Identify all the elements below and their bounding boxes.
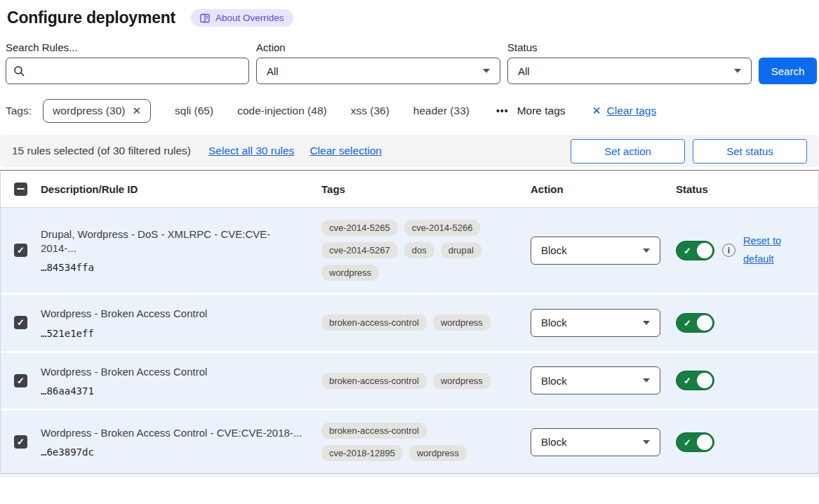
status-filter-field: Status All — [507, 41, 752, 84]
action-select[interactable]: Block — [531, 428, 660, 456]
check-icon: ✓ — [684, 437, 691, 447]
selected-tag-label: wordpress (30) — [53, 105, 125, 117]
tags-cell: broken-access-control wordpress — [321, 314, 504, 331]
description-cell: Wordpress - Broken Access Control …86aa4… — [41, 365, 321, 397]
status-cell: ✓ — [676, 371, 818, 390]
status-filter-select[interactable]: All — [507, 58, 752, 84]
select-all-checkbox[interactable] — [14, 183, 27, 196]
action-value: Block — [541, 244, 567, 256]
table-header-row: Description/Rule ID Tags Action Status — [1, 171, 818, 208]
description-cell: Wordpress - Broken Access Control …521e1… — [41, 307, 321, 339]
rule-id: …86aa4371 — [41, 385, 305, 397]
action-value: Block — [541, 317, 567, 329]
clear-tags-link[interactable]: ✕ Clear tags — [592, 105, 657, 117]
tags-cell: broken-access-control wordpress — [321, 373, 504, 389]
search-input[interactable] — [31, 65, 241, 77]
toggle-knob — [697, 435, 712, 450]
row-checkbox[interactable]: ✓ — [14, 435, 27, 449]
next-row-peek — [0, 473, 819, 477]
book-icon — [200, 13, 211, 23]
tags-bar: Tags: wordpress (30) ✕ sqli (65) code-in… — [6, 99, 819, 123]
status-toggle[interactable]: ✓ — [676, 241, 714, 260]
rule-description: Drupal, Wordpress - DoS - XMLRPC - CVE:C… — [41, 227, 305, 255]
status-toggle[interactable]: ✓ — [676, 371, 714, 390]
tag-chip: wordpress — [409, 445, 467, 461]
chevron-down-icon — [734, 69, 741, 73]
tag-option-header[interactable]: header (33) — [413, 105, 470, 117]
remove-tag-icon[interactable]: ✕ — [132, 105, 141, 117]
tags-cell: cve-2014-5265 cve-2014-5266 cve-2014-526… — [321, 220, 504, 281]
action-cell: Block — [531, 366, 676, 394]
clear-selection-link[interactable]: Clear selection — [309, 145, 382, 157]
info-icon[interactable]: i — [722, 244, 735, 257]
header-description: Description/Rule ID — [41, 183, 321, 195]
about-overrides-label: About Overrides — [215, 13, 284, 23]
tag-chip: wordpress — [433, 314, 491, 331]
action-select[interactable]: Block — [531, 309, 660, 337]
search-button[interactable]: Search — [759, 58, 817, 84]
reset-to-default-link[interactable]: Reset to default — [743, 232, 787, 268]
indeterminate-icon — [17, 188, 25, 190]
check-icon: ✓ — [17, 437, 25, 446]
status-toggle[interactable]: ✓ — [676, 313, 714, 333]
tag-chip: cve-2014-5266 — [404, 220, 481, 236]
table-row: ✓ Wordpress - Broken Access Control - CV… — [1, 411, 818, 473]
tag-option-code-injection[interactable]: code-injection (48) — [237, 105, 327, 117]
header-tags: Tags — [321, 183, 531, 195]
row-checkbox[interactable]: ✓ — [14, 374, 27, 387]
description-cell: Wordpress - Broken Access Control - CVE:… — [41, 426, 321, 458]
action-select[interactable]: Block — [531, 237, 660, 265]
rules-table: Description/Rule ID Tags Action Status ✓… — [0, 170, 819, 473]
status-filter-value: All — [518, 65, 530, 77]
tag-chip: broken-access-control — [321, 314, 427, 331]
check-icon: ✓ — [17, 246, 25, 255]
rule-description: Wordpress - Broken Access Control — [41, 307, 305, 321]
tag-option-xss[interactable]: xss (36) — [351, 105, 389, 117]
selected-tag-wordpress[interactable]: wordpress (30) ✕ — [43, 99, 151, 123]
check-icon: ✓ — [17, 318, 25, 327]
check-icon: ✓ — [17, 376, 25, 385]
tag-chip: wordpress — [321, 265, 379, 281]
search-input-container — [6, 58, 249, 84]
rule-description: Wordpress - Broken Access Control — [41, 365, 305, 379]
row-checkbox[interactable]: ✓ — [14, 316, 27, 329]
select-all-link[interactable]: Select all 30 rules — [208, 145, 294, 157]
action-select[interactable]: Block — [531, 366, 660, 394]
status-cell: ✓ — [676, 313, 818, 333]
status-cell: ✓ — [676, 432, 818, 452]
set-status-button[interactable]: Set status — [693, 139, 807, 164]
header-checkbox-cell — [1, 183, 41, 196]
rule-id: …6e3897dc — [41, 446, 305, 458]
toggle-knob — [697, 373, 712, 388]
chevron-down-icon — [483, 69, 490, 73]
rule-description: Wordpress - Broken Access Control - CVE:… — [41, 426, 305, 440]
page-title: Configure deployment — [7, 8, 175, 27]
search-icon — [13, 65, 25, 77]
action-cell: Block — [531, 428, 676, 456]
set-action-button[interactable]: Set action — [571, 139, 685, 164]
x-icon: ✕ — [592, 105, 601, 117]
action-filter-select[interactable]: All — [256, 58, 500, 84]
about-overrides-badge[interactable]: About Overrides — [191, 9, 293, 27]
toggle-knob — [697, 243, 712, 258]
filter-bar: Search Rules... Action All Status All Se… — [6, 41, 817, 84]
action-filter-field: Action All — [256, 41, 500, 84]
row-checkbox[interactable]: ✓ — [14, 244, 27, 257]
chevron-down-icon — [643, 440, 650, 444]
tag-chip: broken-access-control — [321, 423, 427, 439]
selection-summary: 15 rules selected (of 30 filtered rules) — [12, 145, 191, 157]
action-cell: Block — [531, 237, 676, 265]
tag-chip: broken-access-control — [321, 373, 427, 389]
action-filter-value: All — [267, 65, 279, 77]
tag-chip: cve-2018-12895 — [321, 445, 403, 461]
selection-bar: 15 rules selected (of 30 filtered rules)… — [0, 135, 819, 167]
check-icon: ✓ — [684, 376, 691, 386]
status-toggle[interactable]: ✓ — [676, 432, 714, 452]
tag-option-sqli[interactable]: sqli (65) — [175, 105, 213, 117]
table-row: ✓ Wordpress - Broken Access Control …86a… — [1, 353, 818, 409]
clear-tags-label: Clear tags — [607, 105, 657, 117]
more-tags-button[interactable]: ••• More tags — [496, 105, 566, 117]
tags-label: Tags: — [6, 105, 32, 117]
tag-chip: cve-2014-5265 — [321, 220, 398, 236]
chevron-down-icon — [643, 378, 650, 383]
